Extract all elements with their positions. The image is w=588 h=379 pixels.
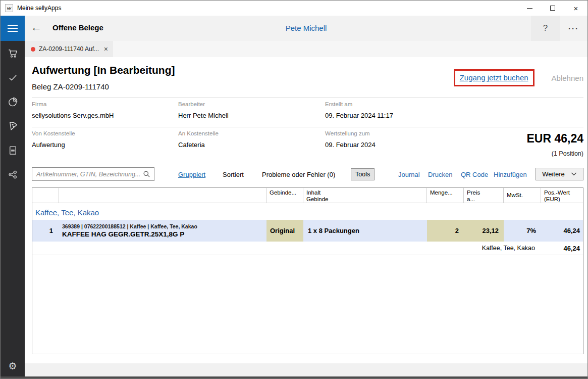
close-button[interactable]: ×: [564, 1, 587, 16]
position-count: (1 Position): [552, 150, 583, 157]
book-icon: [7, 145, 19, 156]
document-number: Beleg ZA-0209-111740: [32, 82, 109, 91]
app-logo-icon: w: [5, 4, 13, 12]
title-bar: w Meine sellyApps ×: [1, 1, 587, 16]
problems-filter[interactable]: Probleme oder Fehler (0): [262, 171, 335, 178]
tab-document[interactable]: ZA-0209-111740 Auf... ×: [25, 41, 113, 57]
divider: [32, 127, 583, 127]
row-number: 1: [32, 220, 59, 242]
unsaved-changes-dot-icon: [31, 47, 35, 52]
app-window: w Meine sellyApps × ← Offene Belege Pete…: [0, 0, 588, 379]
document-actions: Zugang jetzt buchen Ablehnen: [454, 69, 583, 86]
pos-wert-cell: 46,24: [541, 220, 583, 242]
cart-icon: [7, 48, 19, 59]
meta-label-wertstellung: Wertstellung zum: [325, 130, 370, 136]
column-header-inhalt[interactable]: Inhalt Gebinde: [303, 188, 427, 203]
app-header: ← Offene Belege Pete Michell ? ···: [25, 16, 587, 41]
chevron-down-icon: [571, 172, 577, 176]
window-controls: ×: [518, 1, 587, 16]
close-icon: ×: [574, 5, 578, 12]
sidebar: ⚙: [1, 41, 25, 377]
reject-link[interactable]: Ablehnen: [552, 74, 583, 82]
sidebar-item-reports[interactable]: [1, 89, 25, 114]
mwst-cell: 7%: [504, 220, 541, 242]
more-actions-label: Weitere: [542, 170, 565, 178]
settings-button[interactable]: ⚙: [1, 357, 25, 374]
positions-table: Gebinde... Inhalt Gebinde Menge... Preis…: [32, 187, 583, 354]
grouped-toggle[interactable]: Gruppiert: [178, 171, 205, 178]
meta-value-von-kostenstelle: Aufwertung: [32, 141, 65, 149]
article-description-cell: 369389 | 07622200188512 | Kaffee | Kaffe…: [59, 220, 266, 242]
maximize-icon: [550, 6, 555, 11]
article-search-box: [32, 167, 154, 181]
search-icon: [143, 170, 150, 178]
book-receipt-link[interactable]: Zugang jetzt buchen: [460, 73, 528, 82]
group-summary-row: Kaffee, Tee, Kakao 46,24: [32, 242, 583, 255]
column-header-menge[interactable]: Menge...: [427, 188, 464, 203]
minimize-button[interactable]: [518, 1, 541, 16]
pie-chart-icon: [7, 96, 19, 108]
more-options-button[interactable]: ···: [560, 16, 587, 41]
meta-label-firma: Firma: [32, 101, 46, 107]
document-title: Aufwertung [In Bearbeitung]: [32, 64, 175, 76]
meta-value-firma: sellysolutions Serv.ges.mbH: [32, 112, 114, 119]
preis-cell[interactable]: 23,12: [464, 220, 504, 242]
hamburger-menu-button[interactable]: [1, 16, 25, 41]
gebinde-cell[interactable]: Original: [266, 220, 303, 242]
tab-strip: ZA-0209-111740 Auf... ×: [25, 41, 587, 57]
meta-value-wertstellung: 09. Februar 2024: [325, 141, 376, 149]
meta-value-an-kostenstelle: Cafeteria: [178, 141, 205, 149]
tools-button[interactable]: Tools: [351, 168, 375, 180]
sidebar-item-journal[interactable]: [1, 138, 25, 162]
article-name: KAFFEE HAG GEGR.GETR.25X1,8G P: [62, 230, 184, 239]
table-row[interactable]: 1 369389 | 07622200188512 | Kaffee | Kaf…: [32, 220, 583, 242]
column-header-preis[interactable]: Preis a...: [464, 188, 504, 203]
sidebar-item-products[interactable]: [1, 114, 25, 138]
status-strip: [25, 363, 587, 377]
current-user[interactable]: Pete Michell: [25, 24, 587, 32]
divider: [32, 98, 583, 98]
inhalt-cell: 1 x 8 Packungen: [303, 220, 427, 242]
add-item-link[interactable]: Hinzufügen: [494, 171, 527, 178]
more-actions-dropdown[interactable]: Weitere: [536, 168, 583, 180]
share-network-icon: [7, 169, 19, 180]
column-header-gebinde[interactable]: Gebinde...: [266, 188, 303, 203]
help-button[interactable]: ?: [531, 16, 560, 41]
total-amount: EUR 46,24: [526, 132, 583, 146]
article-info: 369389 | 07622200188512 | Kaffee | Kaffe…: [62, 223, 197, 230]
meta-label-an-kostenstelle: An Kostenstelle: [178, 130, 219, 136]
tab-label: ZA-0209-111740 Auf...: [39, 45, 99, 53]
group-header-row: Kaffee, Tee, Kakao: [32, 203, 583, 220]
highlight-box: Zugang jetzt buchen: [454, 69, 534, 86]
checkmark-icon: [7, 72, 19, 83]
hamburger-icon: [8, 25, 18, 26]
sidebar-item-tasks[interactable]: [1, 65, 25, 89]
qr-code-link[interactable]: QR Code: [461, 171, 488, 178]
meta-value-erstellt-am: 09. Februar 2024 11:17: [325, 112, 393, 119]
search-input[interactable]: [32, 171, 143, 178]
minimize-icon: [527, 8, 532, 9]
meta-label-erstellt-am: Erstellt am: [325, 101, 352, 107]
table-header: Gebinde... Inhalt Gebinde Menge... Preis…: [32, 188, 583, 203]
meta-label-bearbeiter: Bearbeiter: [178, 101, 205, 107]
sidebar-item-network[interactable]: [1, 162, 25, 186]
journal-link[interactable]: Journal: [398, 171, 420, 178]
meta-label-von-kostenstelle: Von Kostenstelle: [32, 130, 75, 136]
menge-cell[interactable]: 2: [427, 220, 464, 242]
maximize-button[interactable]: [541, 1, 564, 16]
column-header: [32, 188, 59, 203]
document-view: Aufwertung [In Bearbeitung] Beleg ZA-020…: [25, 57, 588, 363]
sidebar-item-shop[interactable]: [1, 41, 25, 65]
tab-close-icon[interactable]: ×: [103, 45, 109, 53]
column-header-mwst[interactable]: MwSt.: [504, 188, 541, 203]
print-link[interactable]: Drucken: [428, 171, 452, 178]
window-bottom-edge: [1, 376, 587, 378]
column-header: [59, 188, 266, 203]
sorted-toggle[interactable]: Sortiert: [223, 171, 244, 178]
group-label: Kaffee, Tee, Kakao: [35, 208, 99, 217]
meta-value-bearbeiter: Herr Pete Michell: [178, 112, 229, 119]
pizza-slice-icon: [7, 120, 19, 132]
gear-icon: ⚙: [8, 360, 17, 372]
column-header-pos-wert[interactable]: Pos.-Wert (EUR): [541, 188, 583, 203]
summary-group-label: Kaffee, Tee, Kakao: [32, 242, 541, 255]
